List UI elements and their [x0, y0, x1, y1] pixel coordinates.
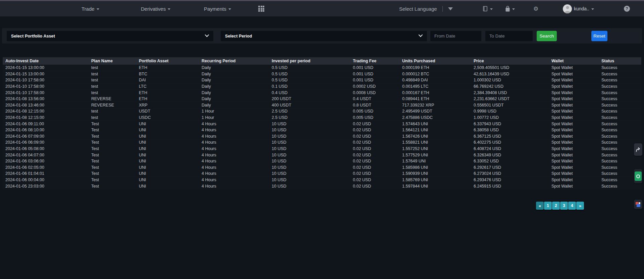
- cell-auto-invest-date: 2024-01-06 08:10:00: [3, 127, 91, 133]
- cell-portfolio-asset: BTC: [139, 71, 202, 77]
- cell-portfolio-asset: DAI: [139, 77, 202, 83]
- cell-price: 6.273024 USD: [474, 170, 551, 177]
- portfolio-asset-select-value: Select Portfolio Asset: [7, 34, 55, 39]
- cell-wallet: Spot Wallet: [551, 139, 601, 146]
- pagination-page-button-4[interactable]: 4: [568, 202, 576, 210]
- apps-grid-icon[interactable]: [258, 1, 264, 16]
- cell-status: Success: [601, 96, 641, 102]
- cell-portfolio-asset: USDT: [139, 108, 202, 115]
- pagination-page-button-2[interactable]: 2: [552, 202, 560, 210]
- table-row: 2024-01-06 08:10:00TestUNI4 Hours10 USD0…: [3, 127, 641, 133]
- pagination-prev-button[interactable]: «: [536, 202, 544, 210]
- cell-price: 6.33052 USD: [474, 158, 551, 164]
- cell-invested-per-period: 10 USD: [272, 146, 353, 152]
- cell-plan-name: Test: [91, 152, 139, 158]
- cell-recurring-period: 4 Hours: [202, 170, 272, 177]
- reset-button[interactable]: Reset: [591, 31, 607, 41]
- cell-recurring-period: 1 Hour: [202, 108, 272, 115]
- cell-invested-per-period: 2.5 USD: [272, 108, 353, 115]
- period-select-value: Select Period: [221, 34, 252, 39]
- cell-wallet: Spot Wallet: [551, 108, 601, 115]
- from-date-input[interactable]: From Date: [430, 31, 481, 41]
- search-button[interactable]: Search: [537, 31, 557, 41]
- cell-price: 6.38058 USD: [474, 127, 551, 133]
- account-menu[interactable]: kunda..: [563, 1, 594, 16]
- chevron-down-icon: [512, 8, 515, 10]
- cell-units-purchased: 1.567426 UNI: [402, 133, 474, 140]
- cell-plan-name: Test: [91, 170, 139, 177]
- cell-status: Success: [601, 77, 641, 83]
- cell-price: 2,231.63662 USDT: [474, 96, 551, 102]
- share-arrow-icon: [635, 147, 641, 152]
- cell-recurring-period: 1 Hour: [202, 115, 272, 121]
- floating-share-chip[interactable]: [634, 143, 642, 156]
- chevron-down-icon: [591, 8, 594, 10]
- cell-wallet: Spot Wallet: [551, 127, 601, 133]
- cell-recurring-period: Daily: [202, 77, 272, 83]
- nav-menu-derivatives[interactable]: Derivatives: [141, 1, 170, 16]
- help-icon: ?: [624, 6, 630, 12]
- cell-invested-per-period: 10 USD: [272, 133, 353, 140]
- cell-recurring-period: Daily: [202, 65, 272, 71]
- period-select[interactable]: Select Period: [221, 31, 427, 41]
- cell-trading-fee: 0.001 USD: [353, 77, 402, 83]
- table-row: 2024-01-06 03:06:00TestUNI4 Hours10 USD0…: [3, 158, 641, 164]
- help-button[interactable]: ?: [624, 1, 630, 16]
- cell-portfolio-asset: UNI: [139, 158, 202, 164]
- cell-auto-invest-date: 2024-01-06 07:09:00: [3, 133, 91, 140]
- cell-plan-name: Test: [91, 164, 139, 171]
- cell-units-purchased: 0.000167 ETH: [402, 89, 474, 96]
- cell-units-purchased: 2.475886 USDC: [402, 115, 474, 121]
- column-header-portfolio-asset: Portfolio Asset: [139, 57, 202, 65]
- column-header-trading-fee: Trading Fee: [353, 57, 402, 65]
- cell-plan-name: Test: [91, 121, 139, 127]
- cell-invested-per-period: 0.4 USD: [272, 89, 353, 96]
- cell-invested-per-period: 10 USD: [272, 183, 353, 189]
- orders-menu[interactable]: [482, 1, 493, 16]
- language-selector[interactable]: Select Language: [399, 1, 453, 16]
- cell-portfolio-asset: UNI: [139, 164, 202, 171]
- cell-recurring-period: 4 Hours: [202, 139, 272, 146]
- cell-plan-name: test: [91, 77, 139, 83]
- cell-wallet: Spot Wallet: [551, 115, 601, 121]
- cell-plan-name: Test: [91, 133, 139, 140]
- chevron-down-icon: [228, 8, 231, 10]
- floating-extension-chip-multicolor[interactable]: [634, 200, 642, 209]
- cell-invested-per-period: 400 USDT: [272, 102, 353, 109]
- cell-status: Success: [601, 71, 641, 77]
- cell-plan-name: test: [91, 83, 139, 90]
- table-row: 2024-01-06 09:11:00TestUNI4 Hours10 USD0…: [3, 121, 641, 127]
- cell-invested-per-period: 10 USD: [272, 127, 353, 133]
- cell-status: Success: [601, 127, 641, 133]
- settings-button[interactable]: ⚙: [533, 1, 538, 16]
- cell-portfolio-asset: UNI: [139, 183, 202, 189]
- cell-auto-invest-date: 2024-01-06 01:04:01: [3, 170, 91, 177]
- cell-wallet: Spot Wallet: [551, 65, 601, 71]
- nav-menu-derivatives-label: Derivatives: [141, 6, 166, 12]
- cell-price: 42,613.16439 USD: [474, 71, 551, 77]
- cell-plan-name: REVERESE: [91, 102, 139, 109]
- wallet-menu[interactable]: [505, 1, 515, 16]
- floating-extension-chip-green[interactable]: [634, 169, 642, 183]
- cell-status: Success: [601, 183, 641, 189]
- pagination-page-button-1[interactable]: 1: [544, 202, 552, 210]
- cell-wallet: Spot Wallet: [551, 77, 601, 83]
- cell-recurring-period: 4 Hours: [202, 164, 272, 171]
- cell-trading-fee: 0.02 USD: [353, 164, 402, 171]
- table-row: 2024-01-06 05:08:00TestUNI4 Hours10 USD0…: [3, 146, 641, 152]
- cell-status: Success: [601, 115, 641, 121]
- cell-price: 6.402275 USD: [474, 139, 551, 146]
- pagination-next-button[interactable]: »: [576, 202, 584, 210]
- cell-portfolio-asset: LTC: [139, 83, 202, 90]
- table-row: 2024-01-08 12:15:00testUSDC1 Hour2.5 USD…: [3, 115, 641, 121]
- cell-price: 6.408724 USD: [474, 146, 551, 152]
- pagination-page-button-3[interactable]: 3: [560, 202, 568, 210]
- table-body: 2024-01-15 13:00:00testETHDaily0.5 USD0.…: [3, 65, 641, 189]
- cell-wallet: Spot Wallet: [551, 83, 601, 90]
- cell-status: Success: [601, 83, 641, 90]
- nav-menu-payments[interactable]: Payments: [204, 1, 231, 16]
- to-date-input[interactable]: To Date: [485, 31, 533, 41]
- portfolio-asset-select[interactable]: Select Portfolio Asset: [7, 31, 213, 41]
- cell-portfolio-asset: USDC: [139, 115, 202, 121]
- nav-menu-trade[interactable]: Trade: [82, 1, 99, 16]
